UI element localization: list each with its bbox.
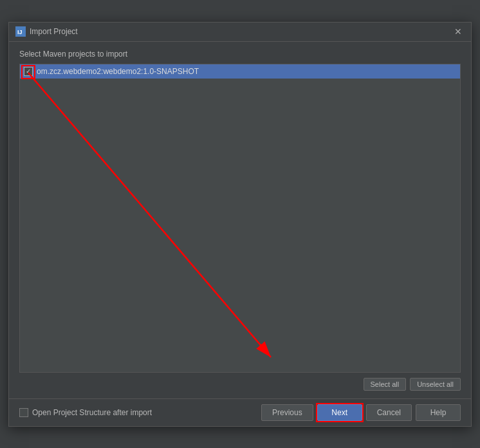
action-buttons: Previous Next Cancel Help [261,404,461,421]
select-buttons-row: Select all Unselect all [19,378,461,391]
checkmark-icon: ✓ [26,68,31,75]
previous-button[interactable]: Previous [261,404,313,421]
open-structure-label: Open Project Structure after import [32,408,152,417]
select-all-button[interactable]: Select all [364,378,407,391]
app-icon: IJ [15,26,26,37]
project-checkbox[interactable]: ✓ [24,67,33,76]
project-list[interactable]: ✓ om.zcz.webdemo2:webdemo2:1.0-SNAPSHOT [19,64,461,373]
next-button[interactable]: Next [317,404,362,421]
unselect-all-button[interactable]: Unselect all [410,378,461,391]
svg-text:IJ: IJ [17,29,23,35]
project-name: om.zcz.webdemo2:webdemo2:1.0-SNAPSHOT [37,67,199,76]
close-button[interactable]: ✕ [452,26,465,37]
open-structure-row: Open Project Structure after import [19,408,152,417]
dialog-body: Select Maven projects to import ✓ om.zcz… [9,42,471,398]
help-button[interactable]: Help [416,404,461,421]
list-container: ✓ om.zcz.webdemo2:webdemo2:1.0-SNAPSHOT [19,64,461,373]
cancel-button[interactable]: Cancel [366,404,412,421]
dialog-title: Import Project [30,27,78,36]
arrow-annotation [20,64,460,372]
footer-bar: Open Project Structure after import Prev… [9,398,471,426]
import-project-dialog: IJ Import Project ✕ Select Maven project… [8,22,472,427]
list-item[interactable]: ✓ om.zcz.webdemo2:webdemo2:1.0-SNAPSHOT [20,64,460,79]
title-bar-left: IJ Import Project [15,26,78,37]
open-structure-checkbox[interactable] [19,408,28,417]
svg-line-3 [28,73,271,357]
title-bar: IJ Import Project ✕ [9,23,471,42]
section-label: Select Maven projects to import [19,50,461,59]
next-button-wrapper: Next [317,404,362,421]
